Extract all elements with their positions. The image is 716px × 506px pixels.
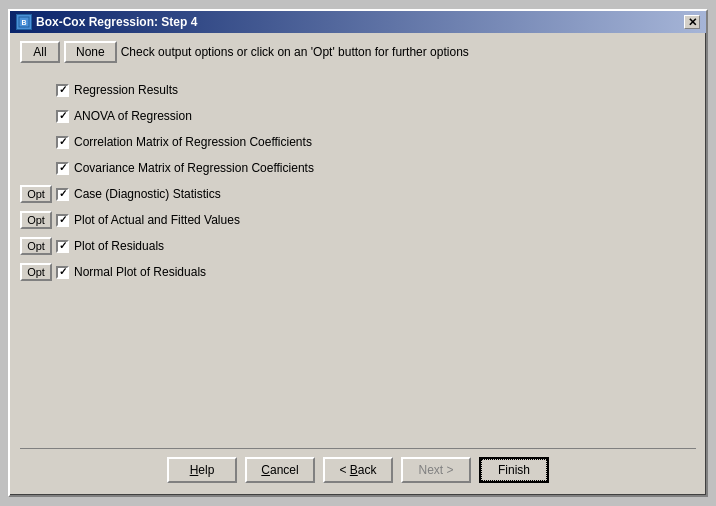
label-covariance-matrix: Covariance Matrix of Regression Coeffici… (74, 161, 314, 175)
checkbox-case-diagnostic[interactable] (56, 188, 69, 201)
top-bar: All None Check output options or click o… (20, 41, 696, 63)
instruction-text: Check output options or click on an 'Opt… (121, 45, 696, 59)
checkbox-plot-actual-fitted[interactable] (56, 214, 69, 227)
option-row-plot-residuals: Opt Plot of Residuals (20, 235, 696, 257)
label-regression-results: Regression Results (74, 83, 178, 97)
checkbox-regression-results[interactable] (56, 84, 69, 97)
option-row-case-diagnostic: Opt Case (Diagnostic) Statistics (20, 183, 696, 205)
option-row-regression-results: Regression Results (20, 79, 696, 101)
help-button[interactable]: Help (167, 457, 237, 483)
back-button[interactable]: < Back (323, 457, 393, 483)
label-plot-residuals: Plot of Residuals (74, 239, 164, 253)
option-row-covariance-matrix: Covariance Matrix of Regression Coeffici… (20, 157, 696, 179)
checkbox-correlation-matrix[interactable] (56, 136, 69, 149)
all-button[interactable]: All (20, 41, 60, 63)
main-window: B Box-Cox Regression: Step 4 ✕ All None … (8, 9, 708, 497)
none-button[interactable]: None (64, 41, 117, 63)
next-button[interactable]: Next > (401, 457, 471, 483)
window-icon: B (16, 14, 32, 30)
opt-button-plot-actual-fitted[interactable]: Opt (20, 211, 52, 229)
finish-button[interactable]: Finish (479, 457, 549, 483)
window-title: Box-Cox Regression: Step 4 (36, 15, 197, 29)
opt-button-plot-residuals[interactable]: Opt (20, 237, 52, 255)
opt-button-case-diagnostic[interactable]: Opt (20, 185, 52, 203)
label-correlation-matrix: Correlation Matrix of Regression Coeffic… (74, 135, 312, 149)
option-row-plot-actual-fitted: Opt Plot of Actual and Fitted Values (20, 209, 696, 231)
cancel-button[interactable]: Cancel (245, 457, 315, 483)
checkbox-normal-plot-residuals[interactable] (56, 266, 69, 279)
label-case-diagnostic: Case (Diagnostic) Statistics (74, 187, 221, 201)
bottom-bar: Help Cancel < Back Next > Finish (20, 448, 696, 487)
options-area: Regression Results ANOVA of Regression C… (20, 75, 696, 444)
checkbox-anova[interactable] (56, 110, 69, 123)
svg-text:B: B (21, 19, 26, 26)
checkbox-covariance-matrix[interactable] (56, 162, 69, 175)
option-row-anova: ANOVA of Regression (20, 105, 696, 127)
opt-button-normal-plot-residuals[interactable]: Opt (20, 263, 52, 281)
label-anova: ANOVA of Regression (74, 109, 192, 123)
title-bar: B Box-Cox Regression: Step 4 ✕ (10, 11, 706, 33)
option-row-normal-plot-residuals: Opt Normal Plot of Residuals (20, 261, 696, 283)
label-plot-actual-fitted: Plot of Actual and Fitted Values (74, 213, 240, 227)
checkbox-plot-residuals[interactable] (56, 240, 69, 253)
label-normal-plot-residuals: Normal Plot of Residuals (74, 265, 206, 279)
option-row-correlation-matrix: Correlation Matrix of Regression Coeffic… (20, 131, 696, 153)
close-button[interactable]: ✕ (684, 15, 700, 29)
